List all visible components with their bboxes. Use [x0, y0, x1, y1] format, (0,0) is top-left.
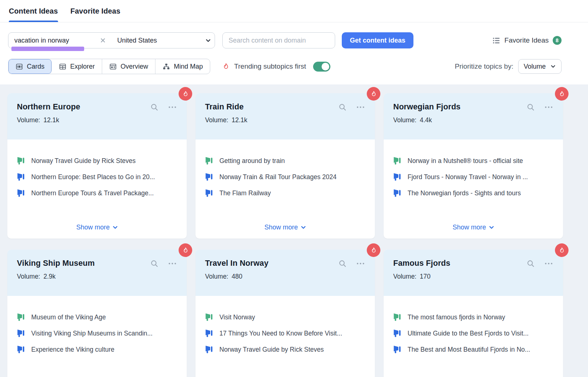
prioritize-select[interactable]: Volume [518, 59, 562, 74]
card-title: Travel In Norway [205, 259, 268, 268]
view-tab-label: Explorer [70, 63, 95, 70]
clear-keyword-icon[interactable] [100, 37, 106, 44]
card-title: Train Ride [205, 102, 244, 112]
show-more-label: Show more [76, 224, 110, 231]
subtopic-item[interactable]: The Flam Railway [205, 189, 365, 197]
trending-toggle[interactable] [313, 62, 330, 72]
favorite-ideas-link[interactable]: Favorite Ideas 8 [492, 36, 562, 45]
topic-card: Travel In Norway Volume: 4 [196, 250, 375, 377]
view-tab-explorer[interactable]: Explorer [52, 59, 102, 74]
show-more-button[interactable]: Show more [452, 222, 495, 233]
subtopic-item[interactable]: Ultimate Guide to the Best Fjords to Vis… [393, 329, 553, 338]
subtopic-item[interactable]: The Norwegian fjords - Sights and tours [393, 189, 553, 197]
toggle-knob [322, 63, 329, 70]
topic-card: Famous Fjords Volume: 170 [384, 250, 563, 377]
subtopic-item[interactable]: Fjord Tours - Norway Travel - Norway in … [393, 173, 553, 181]
chevron-down-icon [550, 64, 556, 69]
ellipsis-menu-icon[interactable] [544, 103, 553, 112]
subtopic-item[interactable]: Northern Europe Tours & Travel Package..… [17, 189, 177, 197]
subtopic-item[interactable]: Norway Train & Rail Tour Packages 2024 [205, 173, 365, 181]
subtopic-item[interactable]: Getting around by train [205, 156, 365, 165]
topic-card: Norwegian Fjords Volume: 4 [384, 93, 563, 239]
card-title: Famous Fjords [393, 259, 450, 268]
show-more-button[interactable]: Show more [75, 222, 118, 233]
volume-label: Volume: [17, 273, 40, 280]
search-topic-icon[interactable] [150, 103, 159, 112]
subtopic-text: Northern Europe Tours & Travel Package..… [31, 189, 154, 197]
subtopic-list: The most famous fjords in Norway Ultimat… [393, 313, 553, 361]
keyword-input[interactable] [14, 37, 100, 44]
megaphone-icon [205, 313, 214, 321]
subtopic-item[interactable]: 17 Things You Need to Know Before Visit.… [205, 329, 365, 338]
subtopic-item[interactable]: The most famous fjords in Norway [393, 313, 553, 322]
megaphone-icon [393, 189, 402, 197]
ellipsis-menu-icon[interactable] [168, 259, 177, 268]
card-title: Viking Ship Museum [17, 259, 95, 268]
trending-flame-badge [367, 243, 380, 257]
favorite-count-badge: 8 [553, 36, 562, 45]
show-more-button[interactable]: Show more [263, 222, 306, 233]
ellipsis-menu-icon[interactable] [544, 259, 553, 268]
tab-content-ideas[interactable]: Content Ideas [9, 0, 58, 22]
show-more-label: Show more [452, 224, 486, 231]
megaphone-icon [17, 329, 26, 337]
get-content-ideas-button[interactable]: Get content ideas [342, 32, 413, 48]
subtopic-text: Visiting Viking Ship Museums in Scandin.… [31, 330, 153, 337]
search-topic-icon[interactable] [526, 103, 535, 112]
subtopic-text: 17 Things You Need to Know Before Visit.… [219, 330, 342, 337]
tab-favorite-ideas[interactable]: Favorite Ideas [71, 0, 121, 22]
subtopic-item[interactable]: Norway Travel Guide by Rick Steves [205, 345, 365, 354]
ellipsis-menu-icon[interactable] [356, 259, 365, 268]
subtopic-text: Norway Train & Rail Tour Packages 2024 [219, 173, 337, 181]
subtopic-item[interactable]: The Best and Most Beautiful Fjords in No… [393, 345, 553, 354]
subtopic-item[interactable]: Visiting Viking Ship Museums in Scandin.… [17, 329, 177, 338]
view-tab-overview[interactable]: Overview [102, 59, 155, 74]
search-topic-icon[interactable] [150, 259, 159, 268]
view-tab-cards[interactable]: Cards [8, 59, 52, 74]
card-body: The most famous fjords in Norway Ultimat… [384, 296, 563, 377]
volume-label: Volume: [205, 116, 228, 124]
ellipsis-menu-icon[interactable] [356, 103, 365, 112]
search-topic-icon[interactable] [338, 259, 347, 268]
subtopic-list: Museum of the Viking Age Visiting Viking… [17, 313, 177, 361]
megaphone-icon [393, 345, 402, 354]
subtopic-text: Norway in a Nutshell® tours - official s… [408, 157, 523, 165]
view-tab-label: Overview [121, 63, 148, 70]
subtopic-item[interactable]: Norway in a Nutshell® tours - official s… [393, 156, 553, 165]
subtopic-list: Visit Norway 17 Things You Need to Know … [205, 313, 365, 361]
trending-flame-badge [179, 87, 192, 101]
volume-value: 12.1k [232, 116, 247, 124]
view-tab-mind-map[interactable]: Mind Map [155, 59, 210, 74]
chevron-down-icon [489, 225, 494, 230]
card-body: Norway Travel Guide by Rick Steves North… [7, 139, 187, 239]
subtopic-item[interactable]: Norway Travel Guide by Rick Steves [17, 156, 177, 165]
ellipsis-menu-icon[interactable] [168, 103, 177, 112]
subtopic-item[interactable]: Northern Europe: Best Places to Go in 20… [17, 173, 177, 181]
subtopic-text: Fjord Tours - Norway Travel - Norway in … [408, 173, 528, 181]
search-topic-icon[interactable] [338, 103, 347, 112]
megaphone-icon [393, 329, 402, 337]
subtopic-item[interactable]: Visit Norway [205, 313, 365, 322]
subtopic-text: The Best and Most Beautiful Fjords in No… [408, 346, 530, 354]
topic-card: Viking Ship Museum Volume: [7, 250, 187, 377]
subtopic-item[interactable]: Experience the Viking culture [17, 345, 177, 354]
show-more-label: Show more [264, 224, 298, 231]
toolbar: United States Get content ideas Favorite… [0, 22, 588, 84]
megaphone-icon [17, 173, 26, 181]
subtopic-item[interactable]: Museum of the Viking Age [17, 313, 177, 322]
volume-value: 170 [420, 273, 430, 280]
keyword-country-group: United States [8, 32, 215, 48]
subtopic-text: Getting around by train [219, 157, 285, 165]
domain-search-input[interactable] [222, 32, 335, 48]
megaphone-icon [205, 189, 214, 197]
search-topic-icon[interactable] [526, 259, 535, 268]
megaphone-icon [17, 189, 26, 197]
card-header: Train Ride Volume: 12.1k [196, 93, 375, 139]
megaphone-icon [17, 157, 26, 165]
card-body: Getting around by train Norway Train & R… [196, 139, 375, 239]
megaphone-icon [393, 157, 402, 165]
country-select[interactable]: United States [111, 33, 217, 48]
trending-flame-badge [179, 243, 192, 257]
megaphone-icon [205, 329, 214, 337]
megaphone-icon [393, 173, 402, 181]
